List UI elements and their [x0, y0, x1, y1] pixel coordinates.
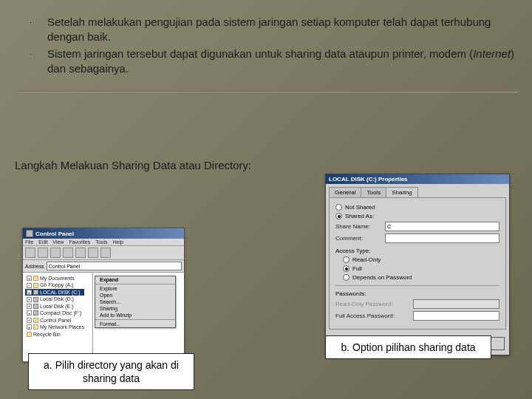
- label-ro-password: Read-Only Password:: [335, 301, 409, 307]
- radio-readonly[interactable]: [343, 256, 349, 263]
- tree-item-local-disk-c[interactable]: +LOCAL DISK (C:): [25, 289, 84, 296]
- toolbar-up-button[interactable]: [50, 248, 61, 258]
- bullet-dot: ·: [30, 15, 47, 27]
- input-comment[interactable]: [385, 233, 499, 243]
- caption-b: b. Option pilihan sharing data: [325, 335, 491, 359]
- tab-general[interactable]: General: [329, 187, 361, 197]
- props-titlebar: LOCAL DISK (C:) Properties: [326, 174, 509, 184]
- input-share-name[interactable]: C: [385, 222, 499, 231]
- toolbar-button[interactable]: [75, 248, 86, 258]
- ctx-search[interactable]: Search...: [95, 299, 175, 305]
- ctx-winzip[interactable]: Add to Winzip: [95, 312, 175, 318]
- menu-file[interactable]: File: [25, 239, 33, 245]
- ctx-explore[interactable]: Explore: [95, 285, 175, 292]
- label-full-password: Full Access Password:: [335, 313, 409, 319]
- caption-a: a. Pilih directory yang akan di sharing …: [28, 353, 194, 390]
- cp-title-text: Control Panel: [35, 231, 74, 237]
- toolbar-back-button[interactable]: [25, 248, 35, 258]
- label-share-name: Share Name:: [335, 223, 381, 230]
- label-readonly: Read-Only: [352, 256, 381, 263]
- ctx-open[interactable]: Open: [95, 292, 175, 299]
- tab-tools[interactable]: Tools: [361, 187, 386, 197]
- toolbar-button[interactable]: [63, 248, 73, 258]
- label-full: Full: [352, 265, 362, 272]
- radio-full[interactable]: [343, 265, 349, 272]
- menu-edit[interactable]: Edit: [38, 239, 47, 245]
- toolbar-button[interactable]: [100, 248, 111, 258]
- props-tabstrip: General Tools Sharing: [326, 184, 509, 197]
- menu-help[interactable]: Help: [113, 239, 123, 245]
- label-depends: Depends on Password: [352, 274, 412, 281]
- label-comment: Comment:: [335, 235, 381, 242]
- ctx-expand[interactable]: Expand: [95, 276, 175, 283]
- window-icon: [26, 230, 33, 237]
- properties-dialog: LOCAL DISK (C:) Properties General Tools…: [325, 174, 510, 355]
- folder-tree[interactable]: +My Documents -Gb Floppy (A:) +LOCAL DIS…: [23, 273, 93, 361]
- subheading: Langkah Melakuan Sharing Data atau Direc…: [0, 92, 532, 179]
- input-full-password[interactable]: [413, 311, 499, 321]
- label-not-shared: Not Shared: [345, 204, 375, 211]
- menu-tools[interactable]: Tools: [95, 239, 107, 245]
- input-ro-password: [413, 299, 499, 309]
- bullet-dot: ·: [30, 47, 47, 59]
- label-passwords: Passwords:: [335, 290, 499, 297]
- cp-address-bar: Address Control Panel: [23, 260, 184, 273]
- control-panel-window: Control Panel File Edit View Favorites T…: [22, 228, 185, 362]
- cp-menubar: File Edit View Favorites Tools Help: [23, 239, 184, 246]
- bullet-text-2: Sistem jaringan tersebut dapat digunakan…: [47, 47, 517, 77]
- toolbar-button[interactable]: [88, 248, 98, 258]
- label-access-type: Access Type:: [335, 248, 499, 254]
- sharing-panel: Not Shared Shared As: Share Name: C Comm…: [329, 197, 506, 330]
- radio-shared-as[interactable]: [335, 213, 342, 219]
- cp-toolbar: [23, 246, 184, 260]
- ctx-format[interactable]: Format...: [95, 321, 175, 327]
- menu-favorites[interactable]: Favorites: [69, 239, 90, 245]
- label-shared-as: Shared As:: [345, 213, 374, 219]
- address-label: Address: [25, 264, 44, 269]
- context-menu: Expand Explore Open Search... Sharing Ad…: [95, 276, 176, 328]
- radio-depends[interactable]: [343, 274, 349, 281]
- menu-view[interactable]: View: [52, 239, 64, 245]
- toolbar-forward-button[interactable]: [38, 248, 48, 258]
- tab-sharing[interactable]: Sharing: [386, 187, 418, 197]
- cp-titlebar: Control Panel: [23, 228, 184, 239]
- ctx-sharing[interactable]: Sharing: [95, 305, 175, 312]
- radio-not-shared[interactable]: [335, 204, 342, 211]
- address-field[interactable]: Control Panel: [47, 262, 182, 270]
- bullet-text-1: Setelah melakukan pengujian pada sistem …: [47, 15, 517, 45]
